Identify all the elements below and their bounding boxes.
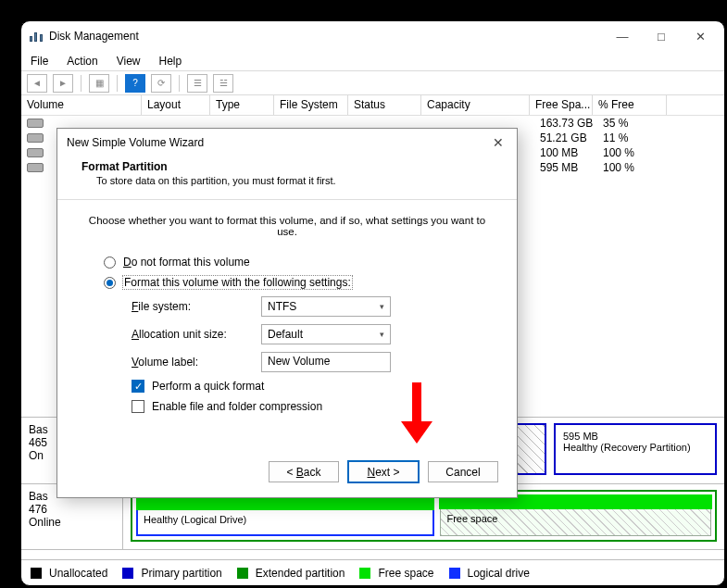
dialog-intro: Choose whether you want to format this v… bbox=[81, 215, 493, 237]
logical-drive-partition[interactable]: Healthy (Logical Drive) bbox=[136, 495, 434, 536]
minimize-button[interactable]: — bbox=[613, 30, 632, 44]
header-type[interactable]: Type bbox=[210, 95, 274, 115]
column-headers: Volume Layout Type File System Status Ca… bbox=[21, 95, 724, 116]
nav-fwd-button[interactable]: ► bbox=[53, 74, 73, 93]
volume-icon bbox=[27, 133, 44, 143]
layout-2-button[interactable]: ☱ bbox=[213, 74, 233, 93]
app-icon bbox=[29, 31, 44, 42]
close-button[interactable]: ✕ bbox=[691, 30, 709, 44]
checkbox-icon bbox=[132, 400, 144, 413]
header-pct[interactable]: % Free bbox=[593, 95, 667, 115]
dialog-title: New Simple Volume Wizard bbox=[67, 136, 204, 149]
header-filesystem[interactable]: File System bbox=[274, 95, 348, 115]
quick-format-checkbox[interactable]: ✓ Perform a quick format bbox=[132, 380, 493, 393]
allocation-unit-select[interactable]: Default▾ bbox=[261, 324, 391, 344]
help-button[interactable]: ? bbox=[125, 74, 145, 93]
radio-icon bbox=[104, 277, 116, 289]
header-status[interactable]: Status bbox=[348, 95, 421, 115]
cancel-button[interactable]: Cancel bbox=[428, 461, 498, 482]
wizard-dialog: New Simple Volume Wizard ✕ Format Partit… bbox=[56, 128, 518, 498]
legend: Unallocated Primary partition Extended p… bbox=[21, 559, 724, 585]
chevron-down-icon: ▾ bbox=[380, 330, 384, 339]
menu-file[interactable]: File bbox=[31, 55, 48, 68]
menu-help[interactable]: Help bbox=[159, 55, 182, 68]
title-bar: Disk Management — □ ✕ bbox=[21, 21, 724, 51]
checkbox-icon: ✓ bbox=[132, 380, 144, 393]
header-volume[interactable]: Volume bbox=[21, 95, 142, 115]
next-button[interactable]: Next > bbox=[348, 461, 419, 482]
file-system-select[interactable]: NTFS▾ bbox=[261, 296, 391, 317]
file-system-label: File system: bbox=[132, 300, 261, 313]
header-layout[interactable]: Layout bbox=[142, 95, 210, 115]
back-button[interactable]: < Back bbox=[269, 461, 339, 482]
volume-icon bbox=[27, 163, 44, 172]
volume-label-label: Volume label: bbox=[132, 356, 261, 369]
menu-action[interactable]: Action bbox=[67, 55, 97, 68]
compression-checkbox[interactable]: Enable file and folder compression bbox=[132, 400, 493, 413]
chevron-down-icon: ▾ bbox=[380, 302, 384, 311]
menu-view[interactable]: View bbox=[117, 55, 141, 68]
volume-icon bbox=[27, 119, 44, 128]
option-format-with-settings[interactable]: Format this volume with the following se… bbox=[104, 276, 493, 289]
window-title: Disk Management bbox=[49, 30, 139, 43]
header-free[interactable]: Free Spa... bbox=[530, 95, 593, 115]
menu-bar: File Action View Help bbox=[21, 51, 724, 71]
dialog-subheading: To store data on this partition, you mus… bbox=[96, 175, 493, 186]
volume-icon bbox=[27, 148, 44, 157]
recovery-partition[interactable]: 595 MB Healthy (Recovery Partition) bbox=[554, 423, 717, 475]
dialog-close-button[interactable]: ✕ bbox=[489, 135, 508, 150]
view-toggle-button[interactable]: ▦ bbox=[89, 74, 109, 93]
maximize-button[interactable]: □ bbox=[652, 30, 671, 44]
volume-label-input[interactable]: New Volume bbox=[261, 352, 391, 372]
option-do-not-format[interactable]: Do not format this volume bbox=[104, 256, 493, 269]
refresh-button[interactable]: ⟳ bbox=[151, 74, 171, 93]
nav-back-button[interactable]: ◄ bbox=[27, 74, 47, 93]
layout-1-button[interactable]: ☰ bbox=[187, 74, 207, 93]
allocation-unit-label: Allocation unit size: bbox=[132, 328, 261, 341]
toolbar: ◄ ► ▦ ? ⟳ ☰ ☱ bbox=[21, 71, 724, 95]
free-space-partition[interactable]: Free space bbox=[440, 495, 711, 536]
radio-icon bbox=[104, 256, 116, 269]
header-capacity[interactable]: Capacity bbox=[421, 95, 530, 115]
dialog-heading: Format Partition bbox=[81, 160, 493, 173]
